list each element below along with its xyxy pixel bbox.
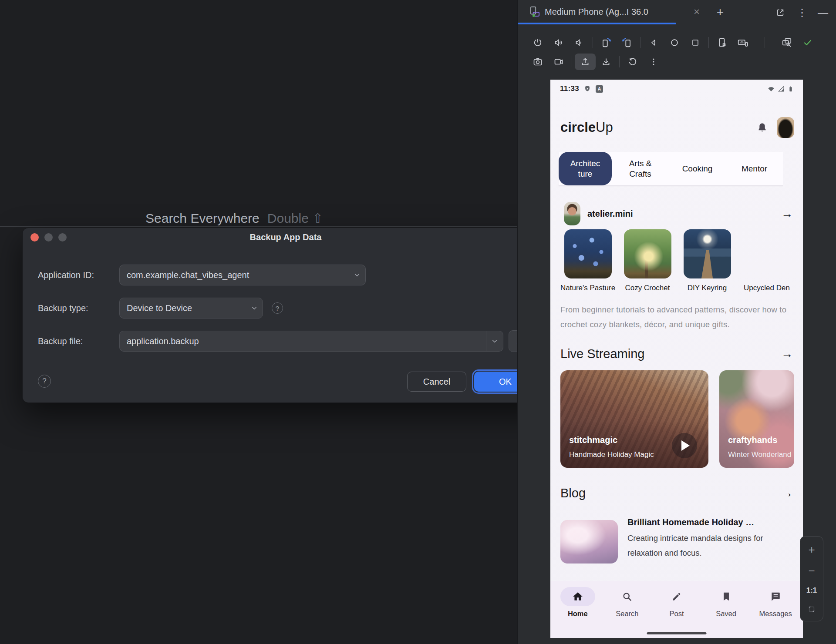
fit-to-window-icon[interactable]	[807, 605, 816, 614]
screenshot-camera-button[interactable]	[527, 54, 548, 70]
nav-post[interactable]: Post	[652, 587, 701, 638]
device-tab-title[interactable]: Medium Phone (Ag...I 36.0	[545, 7, 648, 17]
android-overview-button[interactable]	[685, 34, 706, 51]
profile-avatar[interactable]	[777, 117, 794, 138]
zoom-in-button[interactable]: +	[808, 544, 815, 555]
search-everywhere-title: Search Everywhere	[145, 211, 260, 225]
stream-name: craftyhands	[728, 435, 777, 445]
backup-type-dropdown[interactable]: Device to Device	[119, 298, 263, 319]
rotate-right-button[interactable]	[617, 34, 637, 51]
blog-post[interactable]: Brilliant Homemade Holiday … Creating in…	[560, 515, 799, 564]
live-streaming-arrow-icon[interactable]: →	[781, 348, 793, 360]
card-label: Upcycled Den	[739, 284, 794, 292]
virtual-device-icon	[529, 6, 541, 18]
notifications-bell-icon[interactable]	[756, 122, 768, 134]
nav-label: Messages	[759, 610, 792, 618]
hardware-input-button[interactable]	[732, 34, 753, 51]
app-logo: circleUp	[560, 120, 613, 135]
creator-arrow-icon[interactable]: →	[781, 208, 793, 220]
emulator-toolbar-secondary	[527, 53, 664, 70]
more-actions-icon[interactable]	[643, 54, 664, 70]
chevron-down-icon	[246, 304, 263, 312]
backup-app-data-dialog: Backup App Data Application ID: com.exam…	[22, 228, 549, 403]
status-bar: 11:33 A	[560, 83, 794, 94]
screenshot-inspect-button[interactable]	[776, 34, 797, 51]
dialog-help-button[interactable]: ?	[38, 375, 51, 388]
card-upcycled-den[interactable]: Upcycled Den	[739, 229, 794, 292]
help-icon[interactable]: ?	[272, 302, 283, 314]
gesture-handle[interactable]	[647, 632, 707, 634]
validate-check-icon[interactable]	[797, 34, 818, 51]
zoom-out-button[interactable]: −	[808, 565, 815, 577]
volume-down-button[interactable]	[569, 34, 590, 51]
chevron-down-icon[interactable]	[486, 337, 503, 345]
play-button[interactable]	[672, 433, 697, 458]
svg-text:A: A	[598, 87, 601, 91]
cancel-button[interactable]: Cancel	[407, 372, 466, 392]
tab-arts-crafts[interactable]: Arts & Crafts	[612, 152, 669, 185]
active-tab-indicator	[518, 23, 676, 24]
bookmark-icon	[709, 587, 744, 606]
card-label: Nature's Pasture	[560, 284, 615, 292]
creator-name[interactable]: atelier.mini	[587, 209, 633, 219]
card-natures-pasture[interactable]: Nature's Pasture	[560, 229, 615, 292]
add-device-tab-icon[interactable]: +	[713, 5, 728, 19]
card-image-diy-keyring	[684, 229, 731, 278]
blog-post-title: Brilliant Homemade Holiday …	[627, 517, 799, 527]
app-logo-light: Up	[596, 120, 613, 135]
live-streaming-header: Live Streaming →	[560, 344, 793, 363]
hide-panel-icon[interactable]: —	[816, 6, 829, 19]
android-back-button[interactable]	[643, 34, 664, 51]
push-file-button[interactable]	[575, 54, 596, 70]
volume-up-button[interactable]	[548, 34, 569, 51]
zoom-ratio-button[interactable]: 1:1	[806, 586, 817, 595]
screen-record-button[interactable]	[548, 54, 569, 70]
creator-avatar[interactable]	[564, 202, 580, 225]
device-settings-button[interactable]	[711, 34, 732, 51]
restore-snapshot-button[interactable]	[622, 54, 643, 70]
live-streaming-title: Live Streaming	[560, 347, 644, 361]
dialog-title: Backup App Data	[23, 232, 549, 242]
stream-name: stitchmagic	[569, 435, 617, 445]
category-description: From beginner tutorials to advanced patt…	[560, 302, 787, 332]
backup-type-row: Backup type: Device to Device ?	[38, 297, 283, 319]
featured-cards: Nature's Pasture Cozy Crochet DIY Keyrin…	[560, 229, 799, 292]
chat-icon	[758, 587, 793, 606]
tab-mentor[interactable]: Mentor	[726, 152, 783, 185]
stream-craftyhands[interactable]: craftyhands Winter Wonderland	[719, 370, 794, 468]
signal-icon	[777, 85, 785, 93]
panel-options-icon[interactable]: ⋮	[796, 6, 809, 19]
toolbar-separator	[640, 37, 640, 48]
app-header: circleUp	[560, 116, 794, 139]
app-letter-icon: A	[596, 85, 603, 93]
tab-cooking[interactable]: Cooking	[669, 152, 726, 185]
rotate-left-button[interactable]	[596, 34, 617, 51]
home-icon	[560, 587, 595, 606]
android-home-button[interactable]	[664, 34, 685, 51]
toolbar-separator	[619, 56, 620, 67]
toolbar-separator	[765, 37, 765, 48]
nav-search[interactable]: Search	[603, 587, 652, 638]
tab-architecture[interactable]: Architec ture	[559, 152, 612, 185]
open-in-window-icon[interactable]	[774, 6, 787, 19]
power-button[interactable]	[527, 34, 548, 51]
play-icon	[681, 440, 690, 451]
close-tab-icon[interactable]: ×	[690, 6, 703, 18]
backup-file-combobox[interactable]: application.backup	[119, 331, 503, 352]
application-id-dropdown[interactable]: com.example.chat_vibes_agent	[119, 265, 366, 285]
card-cozy-crochet[interactable]: Cozy Crochet	[620, 229, 675, 292]
nav-messages[interactable]: Messages	[751, 587, 800, 638]
nav-saved[interactable]: Saved	[701, 587, 751, 638]
device-screen[interactable]: 11:33 A	[550, 80, 803, 638]
card-image-cozy-crochet	[624, 229, 671, 278]
blog-arrow-icon[interactable]: →	[781, 487, 793, 499]
card-diy-keyring[interactable]: DIY Keyring	[680, 229, 735, 292]
pull-file-button[interactable]	[596, 54, 617, 70]
search-everywhere-hint: Search EverywhereDouble ⇧	[145, 211, 323, 226]
chevron-down-icon	[349, 271, 365, 279]
status-time: 11:33	[560, 84, 579, 93]
backup-file-label: Backup file:	[38, 336, 119, 346]
search-icon	[610, 587, 644, 606]
stream-stitchmagic[interactable]: stitchmagic Handmade Holiday Magic	[560, 370, 708, 468]
nav-home[interactable]: Home	[553, 587, 603, 638]
